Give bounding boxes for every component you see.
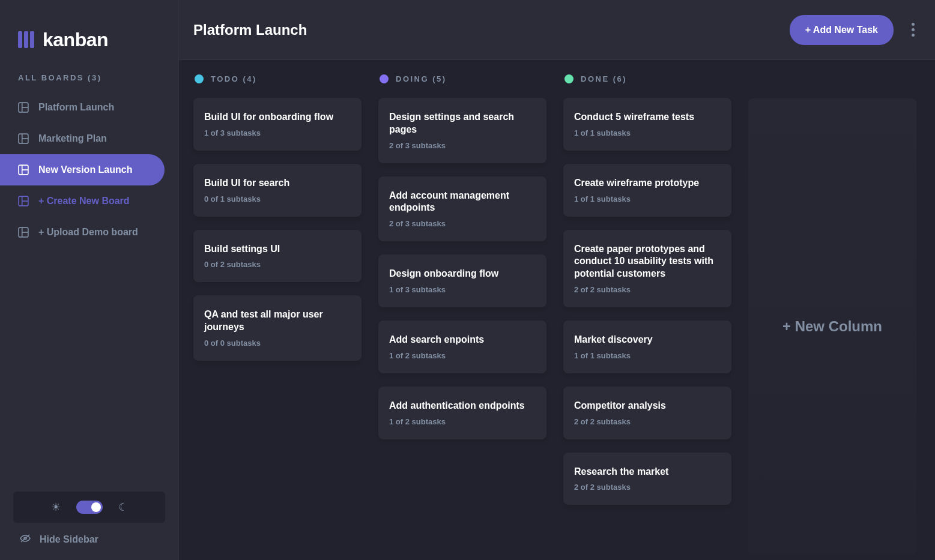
card-list: Design settings and search pages2 of 3 s… (378, 98, 546, 439)
hide-sidebar-label: Hide Sidebar (40, 534, 98, 545)
task-card[interactable]: Add authentication endpoints1 of 2 subta… (378, 387, 546, 439)
board: TODO (4)Build UI for onboarding flow1 of… (179, 60, 935, 560)
task-subtasks: 1 of 2 subtasks (389, 351, 536, 360)
task-title: Build UI for search (204, 177, 351, 190)
column-done: DONE (6)Conduct 5 wireframe tests1 of 1 … (563, 74, 731, 546)
column-label: DONE (6) (581, 74, 627, 83)
upload-demo-board-button[interactable]: + Upload Demo board (0, 217, 165, 248)
sidebar-item-marketing-plan[interactable]: Marketing Plan (0, 123, 165, 154)
add-new-task-button[interactable]: + Add New Task (790, 15, 894, 45)
main: Platform Launch + Add New Task TODO (4)B… (179, 0, 935, 560)
card-list: Build UI for onboarding flow1 of 3 subta… (193, 98, 362, 361)
task-title: Design settings and search pages (389, 111, 536, 136)
board-icon (18, 133, 29, 144)
task-subtasks: 2 of 2 subtasks (574, 483, 721, 492)
page-title: Platform Launch (193, 22, 307, 38)
column-dot-icon (564, 74, 573, 83)
task-card[interactable]: Design onboarding flow1 of 3 subtasks (378, 254, 546, 307)
sidebar-item-label: Marketing Plan (38, 133, 107, 144)
task-subtasks: 1 of 1 subtasks (574, 194, 721, 203)
theme-toggle: ☀ ☾ (13, 492, 165, 523)
task-title: QA and test all major user journeys (204, 309, 351, 334)
logo-icon (18, 31, 34, 48)
task-title: Market discovery (574, 334, 721, 346)
board-icon (18, 102, 29, 113)
kebab-menu-icon[interactable] (908, 19, 918, 40)
task-subtasks: 0 of 2 subtasks (204, 260, 351, 269)
sun-icon: ☀ (51, 501, 61, 514)
sidebar-item-label: New Version Launch (38, 164, 132, 175)
task-card[interactable]: Market discovery1 of 1 subtasks (563, 321, 731, 373)
task-subtasks: 0 of 1 subtasks (204, 194, 351, 203)
task-title: Conduct 5 wireframe tests (574, 111, 721, 124)
create-board-label: + Create New Board (38, 196, 130, 206)
task-subtasks: 1 of 2 subtasks (389, 417, 536, 426)
eye-slash-icon (19, 534, 31, 546)
card-list: Conduct 5 wireframe tests1 of 1 subtasks… (563, 98, 731, 505)
task-title: Research the market (574, 466, 721, 478)
task-title: Add search enpoints (389, 334, 536, 346)
logo: kanban (0, 0, 178, 60)
task-card[interactable]: Create paper prototypes and conduct 10 u… (563, 230, 731, 307)
task-subtasks: 1 of 3 subtasks (204, 128, 351, 137)
task-card[interactable]: Research the market2 of 2 subtasks (563, 453, 731, 505)
task-subtasks: 2 of 2 subtasks (574, 417, 721, 426)
task-title: Add account management endpoints (389, 190, 536, 215)
task-title: Design onboarding flow (389, 268, 536, 280)
task-subtasks: 1 of 1 subtasks (574, 128, 721, 137)
task-card[interactable]: Design settings and search pages2 of 3 s… (378, 98, 546, 163)
task-card[interactable]: Add search enpoints1 of 2 subtasks (378, 321, 546, 373)
sidebar-item-label: Platform Launch (38, 102, 114, 113)
moon-icon: ☾ (118, 501, 128, 514)
task-card[interactable]: Build UI for search0 of 1 subtasks (193, 164, 362, 217)
column-header: DONE (6) (563, 74, 731, 83)
task-subtasks: 0 of 0 subtasks (204, 339, 351, 348)
upload-board-label: + Upload Demo board (38, 227, 138, 238)
column-label: TODO (4) (211, 74, 257, 83)
new-column-button[interactable]: + New Column (748, 98, 916, 555)
boards-count-label: ALL BOARDS (3) (0, 60, 178, 92)
task-card[interactable]: Conduct 5 wireframe tests1 of 1 subtasks (563, 98, 731, 151)
task-title: Competitor analysis (574, 400, 721, 412)
task-subtasks: 2 of 3 subtasks (389, 219, 536, 228)
task-title: Create paper prototypes and conduct 10 u… (574, 243, 721, 280)
sidebar: kanban ALL BOARDS (3) Platform Launch Ma… (0, 0, 179, 560)
hide-sidebar-button[interactable]: Hide Sidebar (13, 534, 165, 546)
column-doing: DOING (5)Design settings and search page… (378, 74, 546, 546)
sidebar-item-platform-launch[interactable]: Platform Launch (0, 92, 165, 123)
task-card[interactable]: Create wireframe prototype1 of 1 subtask… (563, 164, 731, 217)
column-todo: TODO (4)Build UI for onboarding flow1 of… (193, 74, 362, 546)
column-header: TODO (4) (193, 74, 362, 83)
task-card[interactable]: Build UI for onboarding flow1 of 3 subta… (193, 98, 362, 151)
sidebar-bottom: ☀ ☾ Hide Sidebar (13, 492, 165, 546)
sidebar-item-new-version-launch[interactable]: New Version Launch (0, 154, 165, 185)
task-card[interactable]: Add account management endpoints2 of 3 s… (378, 176, 546, 242)
column-header: DOING (5) (378, 74, 546, 83)
task-subtasks: 1 of 3 subtasks (389, 285, 536, 294)
create-new-board-button[interactable]: + Create New Board (0, 185, 165, 217)
task-card[interactable]: QA and test all major user journeys0 of … (193, 295, 362, 361)
task-card[interactable]: Build settings UI0 of 2 subtasks (193, 230, 362, 283)
board-list: Platform Launch Marketing Plan New Versi… (0, 92, 178, 248)
task-subtasks: 1 of 1 subtasks (574, 351, 721, 360)
task-card[interactable]: Competitor analysis2 of 2 subtasks (563, 387, 731, 439)
board-icon (18, 196, 29, 206)
board-icon (18, 164, 29, 175)
task-title: Create wireframe prototype (574, 177, 721, 190)
switch-knob (91, 502, 101, 512)
theme-switch[interactable] (76, 501, 103, 514)
column-dot-icon (195, 74, 204, 83)
task-title: Add authentication endpoints (389, 400, 536, 412)
topbar: Platform Launch + Add New Task (179, 0, 935, 60)
task-title: Build UI for onboarding flow (204, 111, 351, 124)
task-subtasks: 2 of 2 subtasks (574, 285, 721, 294)
logo-text: kanban (43, 29, 108, 51)
column-label: DOING (5) (396, 74, 447, 83)
board-icon (18, 227, 29, 238)
column-dot-icon (380, 74, 389, 83)
task-subtasks: 2 of 3 subtasks (389, 141, 536, 150)
task-title: Build settings UI (204, 243, 351, 256)
